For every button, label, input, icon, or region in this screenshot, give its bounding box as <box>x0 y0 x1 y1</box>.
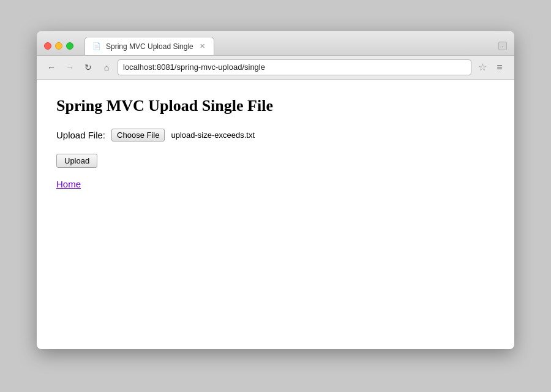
home-nav-button[interactable]: ⌂ <box>99 60 114 75</box>
tab-icon: 📄 <box>92 42 101 50</box>
selected-file-name: upload-size-exceeds.txt <box>171 130 255 140</box>
minimize-button[interactable] <box>55 42 62 50</box>
reload-button[interactable]: ↻ <box>81 60 96 75</box>
browser-menu-icon[interactable]: ≡ <box>492 60 507 75</box>
close-button[interactable] <box>44 42 51 50</box>
back-button[interactable]: ← <box>44 60 59 75</box>
browser-window: 📄 Spring MVC Upload Single ✕ · ← → ↻ ⌂ ☆… <box>37 31 514 349</box>
address-bar[interactable] <box>118 59 471 75</box>
page-content: Spring MVC Upload Single File Upload Fil… <box>37 80 514 349</box>
home-link[interactable]: Home <box>56 179 81 189</box>
forward-button[interactable]: → <box>62 60 77 75</box>
upload-button[interactable]: Upload <box>56 154 97 168</box>
tab-area: 📄 Spring MVC Upload Single ✕ <box>84 37 492 55</box>
nav-bar: ← → ↻ ⌂ ☆ ≡ <box>37 56 514 80</box>
window-control-button[interactable]: · <box>498 42 507 50</box>
maximize-button[interactable] <box>66 42 73 50</box>
upload-label: Upload File: <box>56 130 105 140</box>
page-title: Spring MVC Upload Single File <box>56 97 495 115</box>
tab-close-icon[interactable]: ✕ <box>198 42 206 50</box>
upload-row: Upload File: Choose File upload-size-exc… <box>56 129 495 141</box>
title-bar: 📄 Spring MVC Upload Single ✕ · <box>37 31 514 56</box>
bookmark-star-icon[interactable]: ☆ <box>475 60 490 75</box>
active-tab[interactable]: 📄 Spring MVC Upload Single ✕ <box>84 37 214 55</box>
traffic-lights <box>44 42 73 50</box>
tab-title: Spring MVC Upload Single <box>106 42 193 51</box>
choose-file-button[interactable]: Choose File <box>111 129 165 141</box>
nav-actions: ☆ ≡ <box>475 60 507 75</box>
